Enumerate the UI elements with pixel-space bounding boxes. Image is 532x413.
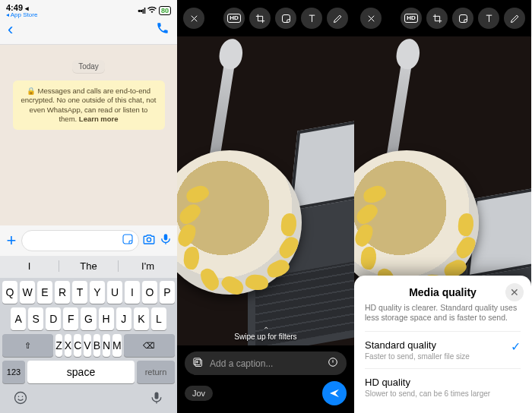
key-u[interactable]: U	[107, 281, 122, 304]
sheet-title: Media quality	[365, 286, 521, 298]
voice-record-button[interactable]	[159, 232, 173, 249]
space-key[interactable]: space	[27, 361, 135, 383]
camera-button[interactable]	[142, 232, 156, 249]
recipient-chip[interactable]: Jov	[185, 386, 213, 401]
backspace-key[interactable]: ⌫	[124, 334, 175, 357]
key-t[interactable]: T	[72, 281, 87, 304]
key-r[interactable]: R	[55, 281, 70, 304]
chat-topbar: ‹	[0, 18, 177, 45]
svg-rect-11	[459, 14, 467, 22]
hd-toggle-button[interactable]: HD	[401, 8, 422, 29]
sticker-icon[interactable]	[122, 233, 134, 248]
key-g[interactable]: G	[81, 307, 96, 330]
svg-point-5	[22, 396, 24, 398]
shift-key[interactable]: ⇧	[2, 334, 53, 357]
message-input[interactable]	[21, 230, 139, 251]
draw-button[interactable]	[327, 8, 348, 29]
back-to-app-store[interactable]: ◂ App Store	[6, 11, 37, 18]
sticker-button[interactable]	[452, 8, 473, 29]
learn-more-link[interactable]: Learn more	[79, 115, 119, 123]
key-i[interactable]: I	[125, 281, 140, 304]
key-c[interactable]: C	[74, 334, 81, 357]
caption-placeholder: Add a caption...	[210, 358, 321, 369]
key-o[interactable]: O	[142, 281, 157, 304]
sticker-button[interactable]	[275, 8, 296, 29]
svg-point-3	[15, 393, 27, 404]
call-button[interactable]	[156, 21, 169, 38]
key-f[interactable]: F	[63, 307, 78, 330]
dictation-button[interactable]	[149, 390, 164, 408]
send-button[interactable]	[322, 381, 347, 405]
keyboard-bottom-row	[2, 387, 175, 408]
message-input-row: +	[0, 225, 177, 256]
key-j[interactable]: J	[116, 307, 131, 330]
media-quality-panel: HD ✕ Media quality HD quality is clearer…	[354, 0, 531, 413]
prediction-1[interactable]: I	[0, 260, 59, 272]
editor-toolbar: HD	[354, 0, 531, 36]
attach-button[interactable]: +	[5, 231, 18, 251]
key-q[interactable]: Q	[2, 281, 17, 304]
media-quality-sheet: ✕ Media quality HD quality is clearer. S…	[354, 276, 531, 413]
return-key[interactable]: return	[137, 361, 175, 383]
prediction-2[interactable]: The	[59, 260, 119, 272]
chat-messages-area[interactable]: Today 🔒 Messages and calls are end-to-en…	[0, 45, 177, 225]
gallery-add-icon[interactable]	[192, 357, 204, 370]
key-z[interactable]: Z	[55, 334, 62, 357]
key-w[interactable]: W	[20, 281, 35, 304]
date-separator: Today	[72, 60, 105, 73]
wifi-icon	[147, 6, 157, 15]
svg-rect-7	[282, 14, 290, 22]
ios-keyboard: I The I'm QWERTYUIOP ASDFGHJKL ⇧ ZXCVBNM…	[0, 256, 177, 413]
option-hd-quality[interactable]: HD quality Slower to send, can be 6 time…	[365, 368, 521, 405]
back-button[interactable]: ‹	[8, 20, 13, 39]
svg-rect-6	[155, 393, 159, 399]
sheet-close-button[interactable]: ✕	[505, 283, 524, 301]
close-button[interactable]	[360, 8, 382, 29]
emoji-button[interactable]	[13, 390, 28, 408]
key-row-1: QWERTYUIOP	[2, 281, 175, 304]
svg-rect-0	[123, 235, 132, 244]
text-button[interactable]	[301, 8, 322, 29]
key-row-3: ⇧ ZXCVBNM ⌫	[2, 334, 175, 357]
caption-row: Add a caption...	[177, 345, 354, 378]
text-button[interactable]	[478, 8, 499, 29]
key-row-4: 123 space return	[2, 361, 175, 383]
key-d[interactable]: D	[46, 307, 61, 330]
draw-button[interactable]	[504, 8, 525, 29]
key-e[interactable]: E	[37, 281, 52, 304]
crop-button[interactable]	[249, 8, 271, 29]
photo-preview[interactable]: Swipe up for filters	[177, 36, 354, 345]
key-l[interactable]: L	[151, 307, 166, 330]
swipe-filters-hint: Swipe up for filters	[177, 328, 354, 341]
key-m[interactable]: M	[112, 334, 122, 357]
key-v[interactable]: V	[84, 334, 90, 357]
svg-rect-2	[164, 234, 168, 240]
hd-toggle-button[interactable]: HD	[223, 8, 245, 29]
key-a[interactable]: A	[11, 307, 26, 330]
crop-button[interactable]	[426, 8, 448, 29]
prediction-3[interactable]: I'm	[119, 260, 177, 272]
editor-toolbar: HD	[177, 0, 354, 36]
key-s[interactable]: S	[28, 307, 43, 330]
predictive-bar: I The I'm	[0, 256, 177, 278]
check-icon: ✓	[511, 339, 521, 354]
close-button[interactable]	[183, 8, 204, 29]
key-n[interactable]: N	[103, 334, 110, 357]
status-time: 4:49 ◂ ◂ App Store	[6, 3, 37, 18]
key-y[interactable]: Y	[90, 281, 105, 304]
caption-input[interactable]: Add a caption...	[185, 352, 347, 375]
key-x[interactable]: X	[65, 334, 71, 357]
view-once-button[interactable]	[327, 356, 339, 370]
key-k[interactable]: K	[134, 307, 149, 330]
option-standard-quality[interactable]: Standard quality Faster to send, smaller…	[365, 331, 521, 368]
svg-rect-8	[195, 359, 202, 366]
key-h[interactable]: H	[99, 307, 114, 330]
send-row: Jov	[177, 378, 354, 413]
svg-point-4	[18, 396, 20, 398]
status-bar: 4:49 ◂ ◂ App Store ••ıl 80	[0, 0, 177, 18]
numbers-key[interactable]: 123	[2, 361, 25, 383]
key-b[interactable]: B	[93, 334, 100, 357]
battery-icon: 80	[159, 6, 171, 15]
key-p[interactable]: P	[160, 281, 175, 304]
encryption-notice[interactable]: 🔒 Messages and calls are end-to-end encr…	[13, 80, 165, 130]
